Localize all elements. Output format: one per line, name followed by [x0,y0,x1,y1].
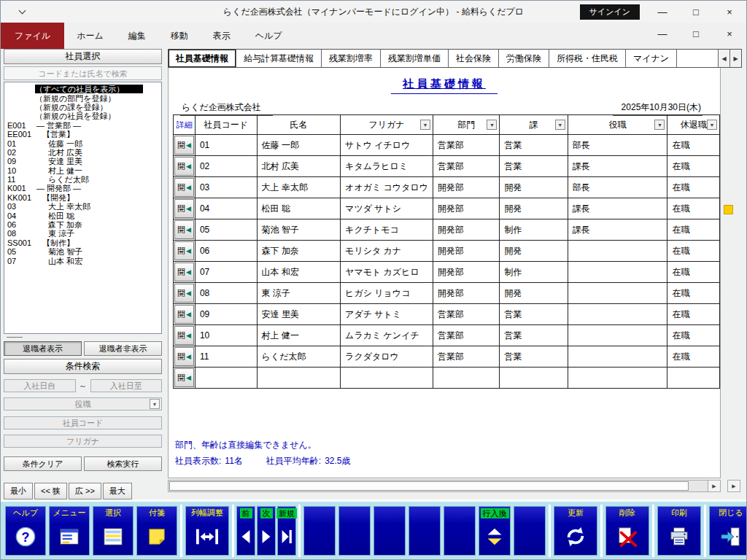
panel-narrow-button[interactable]: << 狭 [34,483,67,499]
sticky-note-marker[interactable] [724,205,733,214]
employee-tree-item[interactable]: E001 — 営業部 — [4,121,161,130]
condition-clear-button[interactable]: 条件クリア [4,456,82,471]
menu-item[interactable]: 移動 [158,23,201,49]
employee-tree-item[interactable]: 01 佐藤 一郎 [4,139,161,147]
cell-section[interactable]: 開発 [500,241,568,262]
cell-status[interactable]: 在職 [667,177,720,198]
employee-tree-item[interactable]: 02 北村 広美 [4,148,161,157]
cell-emp-code[interactable]: 01 [195,135,257,156]
tab[interactable]: 残業割増率 [322,50,381,67]
cell-section[interactable]: 営業 [500,135,568,156]
new-record-button[interactable]: 新規 [277,506,296,556]
row-swap-button[interactable]: 行入換 [479,506,511,556]
cell-status[interactable]: 在職 [667,198,720,219]
next-record-button[interactable]: 次 [257,506,276,556]
help-button[interactable]: ヘルプ ? [5,506,46,556]
cell-section[interactable]: 開発 [500,283,568,304]
cell-position[interactable] [568,241,667,262]
cell-kana[interactable]: モリシタ カナ [341,241,433,262]
open-row-button[interactable]: 開◀ [174,241,194,260]
filter-icon[interactable]: ▼ [420,120,430,130]
blank-button[interactable] [303,506,336,556]
scroll-right-icon[interactable]: ▶ [708,481,720,491]
cell-position[interactable]: 課長 [568,198,667,219]
cell-name[interactable]: 森下 加奈 [257,241,341,262]
cell-emp-code[interactable]: 04 [195,198,257,219]
cell-emp-code[interactable] [195,368,257,389]
cell-emp-code[interactable]: 03 [195,177,257,198]
horizontal-scrollbar[interactable]: ▶ [168,480,721,492]
employee-code-field[interactable]: 社員コード [4,416,162,429]
open-row-button[interactable]: 開◀ [174,305,194,324]
print-button[interactable]: 印刷 [657,506,701,556]
menu-item[interactable]: ホーム [64,23,116,49]
cell-kana[interactable]: ムラカミ ケンイチ [341,325,433,346]
employee-tree-item[interactable]: SS001 【制作】 [4,238,161,247]
cell-position[interactable] [568,262,667,283]
employee-tree-item[interactable]: 07 山本 和宏 [4,256,161,265]
employee-tree-item[interactable]: 04 松田 聡 [4,211,161,219]
cell-position[interactable] [568,346,667,368]
signin-button[interactable]: サインイン [580,4,640,20]
dropdown-icon[interactable]: ▼ [150,399,160,409]
cell-position[interactable]: 課長 [568,156,667,177]
cell-section[interactable]: 制作 [500,262,568,283]
panel-max-button[interactable]: 最大 [103,483,132,499]
tab[interactable]: 残業割増単価 [381,50,449,67]
close-icon[interactable]: × [713,1,746,23]
sticky-note-button[interactable]: 付箋 [136,506,177,556]
minimize-icon[interactable]: — [646,1,679,23]
position-select[interactable]: 役職▼ [4,397,162,411]
tab[interactable]: 所得税・住民税 [549,50,626,67]
filter-icon[interactable]: ▼ [555,120,565,130]
cell-position[interactable] [568,368,667,389]
tab-scroll-left-icon[interactable]: ◀ [718,50,729,67]
cell-status[interactable]: 在職 [667,304,720,325]
tab[interactable]: 社員基礎情報 [169,50,236,67]
cell-emp-code[interactable]: 06 [195,241,257,262]
cell-section[interactable]: 営業 [500,325,568,346]
open-row-button[interactable]: 開◀ [174,262,194,281]
blank-button[interactable] [409,506,441,556]
cell-kana[interactable]: マツダ サトシ [341,198,433,219]
splitter-handle[interactable] [4,334,162,341]
cell-status[interactable]: 在職 [667,241,720,262]
cell-status[interactable]: 在職 [667,346,720,368]
doc-close-icon[interactable]: × [713,23,746,44]
select-button[interactable]: 選択 [93,506,133,556]
open-row-button[interactable]: 開◀ [174,157,194,176]
open-row-button[interactable]: 開◀ [174,178,194,197]
update-button[interactable]: 更新 [554,506,597,556]
cell-position[interactable] [568,325,667,346]
employee-tree-item[interactable]: K001 — 開発部 — [4,184,161,192]
cell-emp-code[interactable]: 05 [195,219,257,241]
hide-retired-button[interactable]: 退職者非表示 [84,341,162,356]
cell-name[interactable]: 山本 和宏 [257,262,341,283]
filter-icon[interactable]: ▼ [654,120,665,130]
scroll-right-outer-icon[interactable]: ▶ [727,480,740,492]
cell-position[interactable]: 部長 [568,135,667,156]
hire-date-to-field[interactable]: 入社日至 [90,379,163,392]
employee-tree-item[interactable]: （新規の社員を登録） [4,112,161,120]
cell-kana[interactable]: アダチ サトミ [341,304,433,325]
cell-section[interactable]: 開発 [500,198,568,219]
open-row-button[interactable]: 開◀ [174,284,194,303]
close-window-button[interactable]: 閉じる [709,506,747,556]
blank-button[interactable] [338,506,371,556]
column-width-button[interactable]: 列幅調整 [185,506,229,556]
cell-emp-code[interactable]: 08 [195,283,257,304]
cell-kana[interactable]: ヤマモト カズヒロ [341,262,433,283]
cell-section[interactable]: 営業 [500,156,568,177]
employee-search-input[interactable] [4,66,162,80]
cell-position[interactable] [568,304,667,325]
cell-kana[interactable]: ヒガシ リョウコ [341,283,433,304]
cell-kana[interactable] [341,368,433,389]
open-row-button[interactable]: 開◀ [174,326,194,345]
cell-name[interactable]: 松田 聡 [257,198,341,219]
employee-tree-item[interactable]: 05 菊池 智子 [4,247,161,256]
scrollbar-thumb[interactable] [169,481,689,491]
delete-button[interactable]: 削除 [605,506,649,556]
doc-minimize-icon[interactable]: — [646,23,679,44]
panel-min-button[interactable]: 最小 [4,483,33,499]
cell-status[interactable]: 在職 [667,135,720,156]
